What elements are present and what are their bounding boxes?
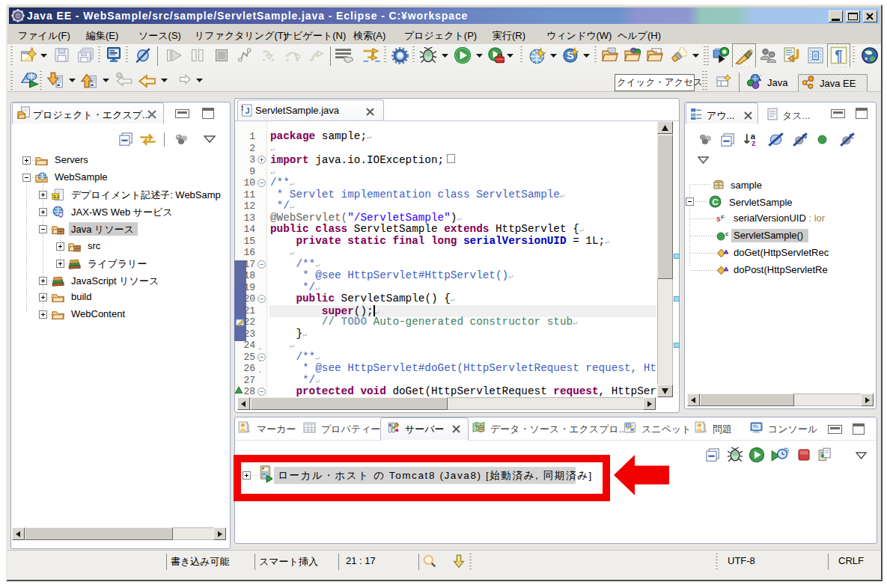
svg-text:J: J: [759, 74, 761, 82]
svg-text:˙: ˙: [720, 220, 722, 224]
svg-text:J: J: [245, 105, 249, 114]
svg-text:C: C: [712, 197, 719, 206]
svg-text:c: c: [725, 230, 728, 237]
svg-text:¶: ¶: [835, 48, 842, 64]
svg-text:z: z: [752, 138, 756, 147]
svg-text:3.1: 3.1: [53, 195, 60, 199]
